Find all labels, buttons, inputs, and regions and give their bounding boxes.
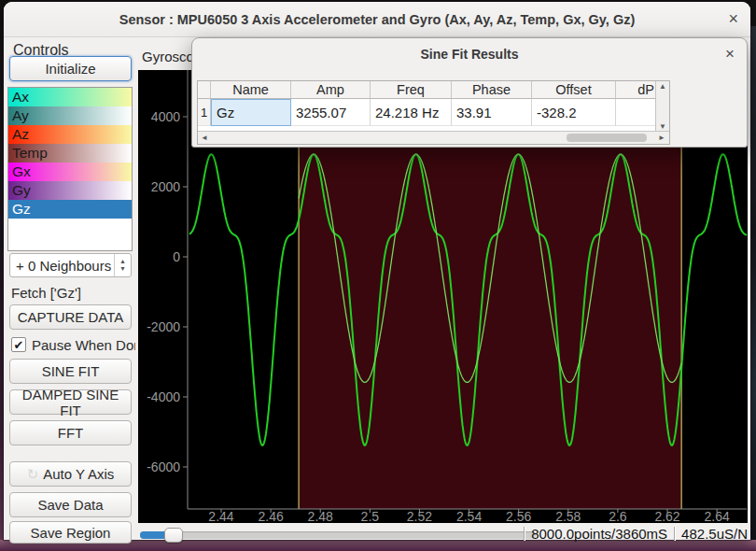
plot-scroll-slider[interactable] [140,531,536,539]
cell-offset[interactable]: -328.2 [532,99,616,126]
scroll-up-icon[interactable]: ▲ [659,81,666,92]
window-title: Sensor : MPU6050 3 Axis Accelerometer an… [119,12,636,27]
initialize-button[interactable]: Initialize [9,56,132,81]
table-horizontal-scrollbar[interactable]: ◄ ► [198,131,669,144]
x-tick-label: 2.48 [308,509,333,523]
status-rate: 482.5uS/N [681,526,748,542]
x-tick-label: 2.54 [456,509,482,523]
main-titlebar[interactable]: Sensor : MPU6050 3 Axis Accelerometer an… [4,2,750,37]
status-bar: 8000.0points/3860mS 482.5uS/N [517,526,748,542]
results-table[interactable]: Name Amp Freq Phase Offset dP 1 Gz 3255.… [197,80,670,145]
x-tick-label: 2.5 [361,509,380,523]
close-icon[interactable]: × [728,9,738,28]
cell-dp[interactable] [616,99,657,126]
channel-item-gz[interactable]: Gz [8,200,132,219]
channel-item-ay[interactable]: Ay [8,106,132,125]
channel-item-gy[interactable]: Gy [8,181,132,200]
cell-freq[interactable]: 24.218 Hz [371,99,452,126]
main-window: Sensor : MPU6050 3 Axis Accelerometer an… [4,2,750,540]
capture-data-button[interactable]: CAPTURE DATA [9,304,132,330]
cell-phase[interactable]: 33.91 [452,99,532,126]
col-header-amp[interactable]: Amp [291,81,371,99]
hscroll-thumb[interactable] [567,134,647,142]
dialog-close-icon[interactable]: × [725,45,735,64]
checkbox-check-icon[interactable]: ✔ [11,337,26,352]
neighbours-value: + 0 Neighbours [10,258,114,274]
x-tick-label: 2.56 [506,509,531,523]
pause-when-done-checkbox[interactable]: ✔ Pause When Done [11,335,135,354]
channel-item-temp[interactable]: Temp [8,144,132,162]
col-header-phase[interactable]: Phase [452,81,532,99]
x-tick-label: 2.52 [407,509,432,523]
y-tick-label: -4000 [147,389,180,404]
save-data-button[interactable]: Save Data [9,492,132,517]
y-tick-label: -6000 [147,459,180,474]
neighbours-spinbox[interactable]: + 0 Neighbours ▲ ▼ [9,253,132,277]
table-vertical-scrollbar[interactable]: ▲ ▼ [655,81,669,133]
fft-button[interactable]: FFT [9,420,132,445]
slider-handle[interactable] [164,528,183,543]
spin-up-icon[interactable]: ▲ [119,258,126,265]
desktop-background-right [749,26,756,540]
auto-y-axis-label: Auto Y Axis [43,466,114,482]
plot-title: Gyrosco [142,49,194,64]
save-region-button[interactable]: Save Region [9,521,132,544]
y-tick-label: -2000 [147,319,180,334]
x-tick-label: 2.46 [258,509,283,523]
y-tick-label: 4000 [151,109,180,124]
refresh-icon: ↻ [27,466,39,483]
x-tick-label: 2.62 [654,509,679,523]
cell-amp[interactable]: 3255.07 [291,99,371,126]
table-row: 1 Gz 3255.07 24.218 Hz 33.91 -328.2 [198,99,669,126]
sine-fit-results-dialog[interactable]: Sine Fit Results × Name Amp Freq Phase O… [191,37,748,148]
pause-when-done-label: Pause When Done [32,337,135,353]
y-tick-label: 2000 [151,179,180,194]
x-tick-label: 2.64 [705,509,730,523]
spinner-arrows[interactable]: ▲ ▼ [114,254,131,276]
status-divider [674,527,675,541]
channel-item-ax[interactable]: Ax [8,88,132,106]
col-header-name[interactable]: Name [211,81,291,99]
x-tick-label: 2.6 [609,509,627,523]
col-header-freq[interactable]: Freq [371,81,452,99]
auto-y-axis-button[interactable]: ↻ Auto Y Axis [9,461,132,487]
channel-item-az[interactable]: Az [8,125,132,144]
spin-down-icon[interactable]: ▼ [119,265,126,273]
scroll-left-icon[interactable]: ◄ [198,132,211,144]
x-tick-label: 2.58 [555,509,581,523]
sine-fit-button[interactable]: SINE FIT [9,359,132,384]
table-header-row: Name Amp Freq Phase Offset dP [198,81,669,99]
col-header-dp[interactable]: dP [616,81,657,99]
x-tick-label: 2.44 [208,509,233,523]
channel-item-gx[interactable]: Gx [8,162,132,181]
y-tick-label: 0 [173,249,180,264]
header-corner [198,81,211,99]
damped-sine-fit-button[interactable]: DAMPED SINE FIT [9,389,132,415]
col-header-offset[interactable]: Offset [532,81,616,99]
row-number[interactable]: 1 [198,99,211,126]
scroll-right-icon[interactable]: ► [655,132,668,144]
dialog-title: Sine Fit Results [192,47,747,62]
status-points: 8000.0points/3860mS [531,526,667,542]
status-divider [524,527,525,541]
cell-name[interactable]: Gz [211,99,291,126]
fetch-label: Fetch ['Gz'] [11,285,81,301]
channel-listbox[interactable]: Ax Ay Az Temp Gx Gy Gz [7,87,133,251]
